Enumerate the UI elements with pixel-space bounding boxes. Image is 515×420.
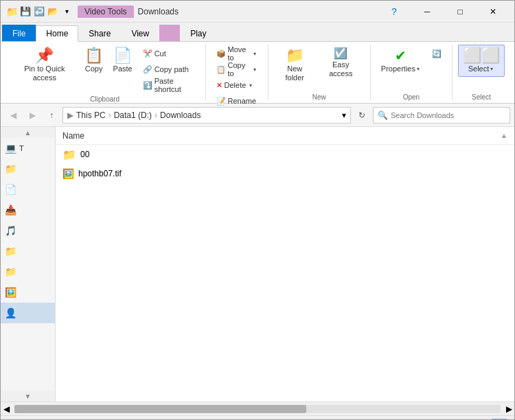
file-list[interactable]: Name ▲ 📁 00 🖼️ hpothb07.tif	[56, 127, 514, 401]
help-button[interactable]: ?	[378, 1, 410, 23]
scroll-right-button[interactable]: ▶	[503, 404, 514, 415]
search-box[interactable]: 🔍	[373, 107, 510, 124]
select-icon: ⬜⬜	[463, 48, 500, 63]
path-downloads[interactable]: Downloads	[160, 110, 201, 120]
new-folder-button[interactable]: 📁 New folder	[274, 45, 316, 86]
file-item-folder[interactable]: 📁 00	[56, 145, 514, 164]
tab-share[interactable]: Share	[78, 25, 121, 41]
delete-dropdown-icon: ▾	[248, 82, 253, 89]
paste-icon: 📄	[113, 48, 132, 63]
undo-icon[interactable]: ↩️	[34, 6, 45, 17]
app-icon: 📁	[6, 6, 17, 17]
sidebar-item-7[interactable]: 🖼️	[1, 282, 55, 303]
path-this-pc[interactable]: This PC	[76, 110, 106, 120]
save-icon[interactable]: 💾	[20, 6, 31, 17]
name-column-header: Name	[62, 131, 84, 141]
copy-to-dropdown-icon: ▾	[252, 67, 258, 73]
sidebar-item-0[interactable]: 💻 T	[1, 138, 55, 159]
horizontal-scrollbar[interactable]	[14, 405, 501, 413]
search-input[interactable]	[391, 111, 505, 119]
open-with-icon: 🔄	[432, 49, 442, 58]
path-data1[interactable]: Data1 (D:)	[114, 110, 152, 120]
folder-name: 00	[80, 150, 89, 159]
title-bar-left-icons: 📁 💾 ↩️ 📂 ▾	[6, 6, 72, 17]
properties-dropdown-icon: ▾	[415, 66, 421, 73]
tab-view[interactable]: View	[121, 25, 159, 41]
copy-button[interactable]: 📋 Copy	[80, 45, 108, 77]
sidebar-item-3[interactable]: 📥	[1, 200, 55, 220]
scroll-area: ◀ ▶	[1, 401, 514, 415]
new-folder-label: New folder	[279, 65, 311, 82]
new-group: 📁 New folder ☑️ Easy access New	[268, 45, 371, 101]
cut-button[interactable]: ✂️ Cut	[138, 46, 200, 61]
sidebar-scroll: 💻 T 📁 📄 📥 🎵 📁 📁 🖼️	[1, 138, 55, 390]
path-arrow: ▶	[67, 110, 73, 120]
copy-path-button[interactable]: 🔗 Copy path	[138, 62, 200, 77]
maximize-button[interactable]: □	[444, 1, 476, 23]
paste-button[interactable]: 📄 Paste	[109, 45, 137, 77]
open-group: ✔ Properties ▾ 🔄 Open	[371, 45, 453, 101]
easy-access-button[interactable]: ☑️ Easy access	[317, 45, 365, 82]
folder-icon-title[interactable]: 📂	[47, 6, 58, 17]
sidebar-icon-5: 📁	[5, 246, 16, 257]
organize-group: 📦 Move to ▾ 📋 Copy to ▾ ✕ Delete ▾ 📝 Ren…	[206, 45, 268, 101]
up-button[interactable]: ↑	[43, 107, 60, 124]
sidebar: ▲ 💻 T 📁 📄 📥 🎵 📁 📁	[1, 127, 56, 401]
copy-to-icon: 📋	[216, 65, 226, 74]
minimize-button[interactable]: ─	[411, 1, 443, 23]
cut-icon: ✂️	[143, 49, 152, 58]
sidebar-scroll-down[interactable]: ▼	[1, 390, 55, 401]
open-with-button[interactable]: 🔄	[427, 46, 446, 61]
organize-col: 📦 Move to ▾ 📋 Copy to ▾ ✕ Delete ▾ 📝 Ren…	[211, 45, 262, 108]
tab-play[interactable]: Play	[180, 25, 216, 41]
clipboard-small-buttons: ✂️ Cut 🔗 Copy path ⤵️ Paste shortcut	[138, 45, 200, 93]
properties-icon: ✔	[395, 48, 407, 63]
select-group: ⬜⬜ Select ▾ Select	[453, 45, 510, 101]
back-button[interactable]: ◀	[5, 107, 21, 124]
copy-icon: 📋	[84, 48, 103, 63]
select-dropdown-icon: ▾	[489, 66, 494, 73]
dropdown-icon[interactable]: ▾	[61, 6, 72, 17]
sidebar-icon-0: 💻	[5, 143, 16, 154]
sidebar-icon-7: 🖼️	[5, 287, 16, 298]
properties-button[interactable]: ✔ Properties ▾	[376, 45, 426, 77]
sidebar-item-2[interactable]: 📄	[1, 179, 55, 200]
sidebar-item-5[interactable]: 📁	[1, 241, 55, 261]
sidebar-icon-6: 📁	[5, 266, 16, 277]
sidebar-item-1[interactable]: 📁	[1, 159, 55, 179]
path-dropdown[interactable]: ▾	[342, 110, 346, 120]
move-icon: 📦	[216, 49, 226, 58]
sidebar-icon-2: 📄	[5, 184, 16, 195]
move-label: Move to	[228, 45, 250, 62]
copy-to-button[interactable]: 📋 Copy to ▾	[211, 62, 262, 77]
tab-home[interactable]: Home	[36, 25, 78, 42]
select-button[interactable]: ⬜⬜ Select ▾	[458, 45, 505, 77]
easy-access-label: Easy access	[322, 60, 360, 78]
scroll-left-button[interactable]: ◀	[1, 404, 12, 415]
properties-label: Properties ▾	[381, 65, 421, 73]
paste-shortcut-button[interactable]: ⤵️ Paste shortcut	[138, 78, 200, 93]
paste-shortcut-label: Paste shortcut	[154, 77, 195, 93]
sidebar-item-6[interactable]: 📁	[1, 261, 55, 282]
move-to-button[interactable]: 📦 Move to ▾	[211, 46, 262, 61]
move-dropdown-icon: ▾	[252, 51, 258, 57]
forward-button[interactable]: ▶	[24, 107, 41, 124]
scroll-thumb[interactable]	[14, 405, 306, 413]
refresh-button[interactable]: ↻	[354, 107, 370, 124]
address-path[interactable]: ▶ This PC › Data1 (D:) › Downloads ▾	[62, 107, 351, 124]
sidebar-item-4[interactable]: 🎵	[1, 220, 55, 241]
cut-label: Cut	[154, 49, 166, 58]
close-button[interactable]: ✕	[477, 1, 509, 23]
sidebar-item-8[interactable]: 👤	[1, 303, 55, 323]
sidebar-icon-8: 👤	[5, 307, 16, 318]
file-item-tif[interactable]: 🖼️ hpothb07.tif	[56, 164, 514, 183]
sidebar-scroll-up[interactable]: ▲	[1, 127, 55, 138]
delete-button[interactable]: ✕ Delete ▾	[211, 78, 262, 93]
tab-file[interactable]: File	[2, 25, 36, 41]
copy-path-icon: 🔗	[143, 65, 152, 74]
search-icon: 🔍	[378, 110, 388, 120]
tif-icon: 🖼️	[62, 168, 74, 179]
pin-to-quick-access-button[interactable]: 📌 Pin to Quick access	[10, 45, 79, 86]
folder-icon: 📁	[62, 148, 76, 161]
window-controls: ? ─ □ ✕	[378, 1, 509, 23]
